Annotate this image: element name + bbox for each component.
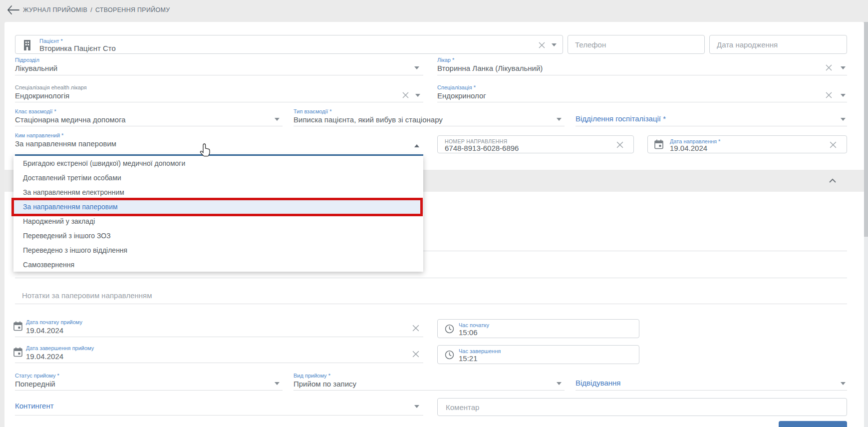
interaction-class-label: Клас взаємодії * xyxy=(15,108,56,115)
ehealth-spec-label: Спеціалізація ehealth лікаря xyxy=(15,84,87,91)
field-underline xyxy=(15,390,283,391)
interaction-class-value[interactable]: Стаціонарна медична допомога xyxy=(15,115,126,124)
hospital-building-icon xyxy=(23,39,31,52)
field-underline xyxy=(15,278,847,278)
vertical-scrollbar[interactable] xyxy=(864,22,868,427)
dropdown-option[interactable]: Доставлений третіми особами xyxy=(13,170,423,185)
start-date-label: Дата початку прийому xyxy=(26,319,82,326)
breadcrumb: ЖУРНАЛ ПРИЙОМІВ / СТВОРЕННЯ ПРИЙОМУ xyxy=(23,6,170,13)
dropdown-option[interactable]: Самозвернення xyxy=(13,257,423,272)
chevron-down-icon[interactable] xyxy=(552,43,557,46)
field-underline xyxy=(437,75,847,75)
end-time-value: 15:21 xyxy=(459,354,478,363)
birth-date-input[interactable] xyxy=(710,35,847,53)
status-value[interactable]: Попередній xyxy=(15,380,55,388)
chevron-down-icon[interactable] xyxy=(841,66,846,69)
end-date-label: Дата завершення прийому xyxy=(26,345,94,352)
clear-icon[interactable] xyxy=(829,140,838,151)
clear-icon[interactable] xyxy=(538,41,546,51)
dropdown-option[interactable]: Переведений з іншого ЗОЗ xyxy=(13,228,423,243)
calendar-icon[interactable] xyxy=(13,321,22,333)
referral-date-field[interactable]: Дата направлення * 19.04.2024 xyxy=(647,135,847,153)
division-label: Підрозділ xyxy=(15,57,39,63)
comment-field[interactable] xyxy=(437,398,847,416)
referred-by-value[interactable]: За направленням паперовим xyxy=(15,139,116,148)
phone-input[interactable] xyxy=(568,35,704,53)
patient-field[interactable]: Пацієнт * Вторинка Пацієнт Сто xyxy=(15,35,563,54)
spec-label: Спеціалізація * xyxy=(437,84,476,91)
division-value[interactable]: Лікувальний xyxy=(15,64,57,72)
clear-icon[interactable] xyxy=(615,140,624,151)
start-time-value: 15:06 xyxy=(459,328,478,337)
visit-type-value[interactable]: Прийом по запису xyxy=(293,380,356,388)
birth-date-field[interactable] xyxy=(709,35,847,54)
doctor-value[interactable]: Вторинна Ланка (Лікувальний) xyxy=(437,64,543,72)
clock-icon xyxy=(445,350,454,362)
end-date-value[interactable]: 19.04.2024 xyxy=(26,352,63,361)
field-underline xyxy=(15,337,423,337)
clear-icon[interactable] xyxy=(401,91,410,101)
referred-by-label: Ким направлений * xyxy=(15,132,63,139)
chevron-down-icon[interactable] xyxy=(414,405,419,408)
clear-icon[interactable] xyxy=(825,91,833,101)
breadcrumb-section-link[interactable]: ЖУРНАЛ ПРИЙОМІВ xyxy=(23,6,87,13)
start-date-value[interactable]: 19.04.2024 xyxy=(26,326,63,335)
calendar-icon[interactable] xyxy=(13,347,22,359)
field-underline xyxy=(576,390,847,391)
field-underline xyxy=(15,415,423,416)
chevron-down-icon[interactable] xyxy=(415,94,420,97)
phone-field[interactable] xyxy=(568,35,705,54)
spec-value[interactable]: Ендокринолог xyxy=(437,91,486,100)
chevron-down-icon[interactable] xyxy=(557,118,562,121)
field-underline xyxy=(15,75,423,75)
clear-icon[interactable] xyxy=(825,63,833,74)
visit-type-label: Вид прийому * xyxy=(293,373,330,379)
referral-number-value: 6748-8913-6028-6896 xyxy=(445,144,519,152)
comment-input[interactable] xyxy=(438,399,847,416)
back-arrow-icon[interactable] xyxy=(7,5,20,14)
start-time-field[interactable]: Час початку 15:06 xyxy=(437,319,639,338)
doctor-label: Лікар * xyxy=(437,57,454,63)
hospitalization-department-select[interactable]: Відділення госпіталізації * xyxy=(576,114,666,123)
field-underline xyxy=(15,363,423,363)
field-underline xyxy=(293,126,565,126)
chevron-down-icon[interactable] xyxy=(414,66,419,69)
referral-number-field[interactable]: НОМЕР НАПРАВЛЕННЯ 6748-8913-6028-6896 xyxy=(437,135,634,153)
field-underline xyxy=(15,126,283,126)
chevron-down-icon[interactable] xyxy=(275,382,280,385)
field-underline xyxy=(293,390,565,391)
chevron-up-icon[interactable] xyxy=(829,177,837,186)
paper-referral-notes-input[interactable] xyxy=(15,287,847,304)
chevron-down-icon[interactable] xyxy=(841,382,846,385)
chevron-down-icon[interactable] xyxy=(841,118,846,121)
field-underline xyxy=(437,102,847,102)
breadcrumb-current: СТВОРЕННЯ ПРИЙОМУ xyxy=(95,6,170,13)
patient-value: Вторинка Пацієнт Сто xyxy=(39,44,116,52)
scrollbar-thumb[interactable] xyxy=(864,22,868,237)
chevron-down-icon[interactable] xyxy=(557,382,562,385)
clear-icon[interactable] xyxy=(411,324,420,335)
field-underline xyxy=(576,126,847,126)
clock-icon xyxy=(445,324,454,336)
referral-date-value: 19.04.2024 xyxy=(670,144,707,152)
interaction-type-label: Тип взаємодії * xyxy=(293,108,332,115)
dropdown-option[interactable]: Переведено з іншого відділення xyxy=(13,243,423,257)
app-screen: ЖУРНАЛ ПРИЙОМІВ / СТВОРЕННЯ ПРИЙОМУ Паці… xyxy=(0,0,868,427)
chevron-up-icon[interactable] xyxy=(414,144,419,147)
contingent-select[interactable]: Контингент xyxy=(15,402,54,410)
status-label: Статус прийому * xyxy=(15,373,59,379)
dropdown-option[interactable]: Бригадою екстреної (швидкої) медичної до… xyxy=(13,156,423,170)
clear-icon[interactable] xyxy=(411,350,420,361)
end-time-field[interactable]: Час завершення 15:21 xyxy=(437,345,639,364)
chevron-down-icon[interactable] xyxy=(275,118,280,121)
breadcrumb-separator: / xyxy=(90,6,92,13)
chevron-down-icon[interactable] xyxy=(841,94,846,97)
attendance-select[interactable]: Відвідування xyxy=(576,379,620,387)
field-underline xyxy=(15,102,423,102)
interaction-type-value[interactable]: Виписка пацієнта, який вибув зі стаціона… xyxy=(293,115,443,124)
mouse-cursor-icon xyxy=(199,143,212,159)
dropdown-option[interactable]: За направленням електронним xyxy=(13,185,423,199)
calendar-icon[interactable] xyxy=(654,139,663,151)
ehealth-spec-value[interactable]: Ендокринологія xyxy=(15,91,69,100)
create-button[interactable] xyxy=(779,421,847,427)
